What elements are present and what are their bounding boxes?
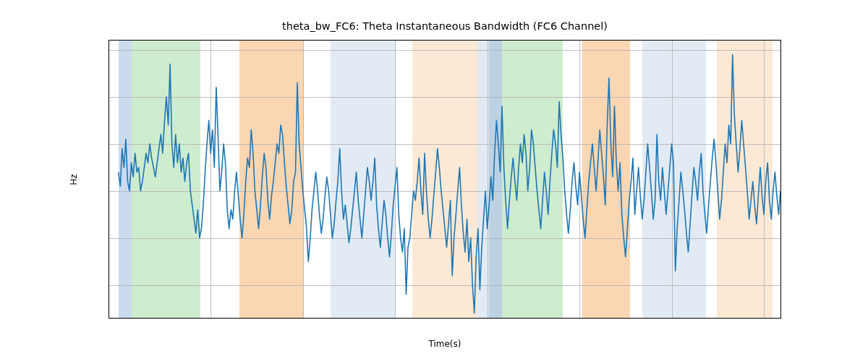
x-tick-label: 4000 bbox=[477, 318, 498, 319]
y-axis-label: Hz bbox=[67, 40, 81, 319]
signal-line bbox=[109, 41, 780, 318]
x-tick-label: 3000 bbox=[385, 318, 405, 319]
x-tick-label: 6000 bbox=[662, 318, 682, 319]
x-tick-label: 1000 bbox=[200, 318, 221, 319]
figure: theta_bw_FC6: Theta Instantaneous Bandwi… bbox=[0, 0, 868, 362]
x-axis-label: Time(s) bbox=[109, 339, 781, 349]
plot-area: 1.31.41.51.61.71.81000200030004000500060… bbox=[109, 40, 781, 319]
chart-title: theta_bw_FC6: Theta Instantaneous Bandwi… bbox=[109, 20, 781, 32]
x-tick-label: 5000 bbox=[569, 318, 590, 319]
x-tick-label: 2000 bbox=[293, 318, 313, 319]
x-tick-label: 7000 bbox=[754, 318, 774, 319]
